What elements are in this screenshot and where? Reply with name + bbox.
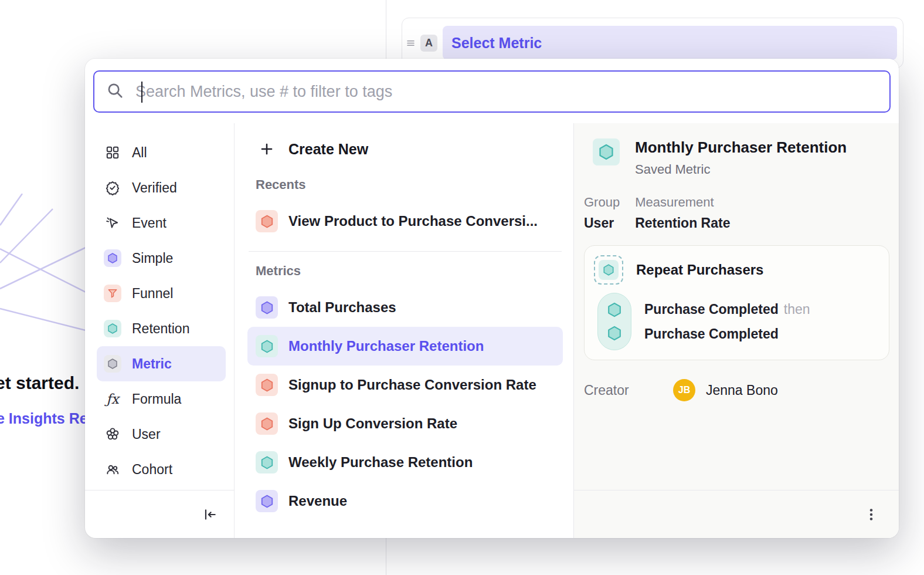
step1-event-name: Purchase Completed	[644, 302, 779, 317]
then-connector: then	[784, 302, 810, 317]
sidebar-item-retention[interactable]: Retention	[97, 311, 226, 346]
metric-hexagon-icon	[256, 210, 278, 232]
metric-hexagon-icon	[256, 490, 278, 512]
step2-event-name: Purchase Completed	[644, 326, 779, 342]
hex-purple	[103, 248, 123, 268]
metric-list-item[interactable]: Sign Up Conversion Rate	[247, 404, 563, 443]
retention-hexagon-icon	[599, 260, 619, 280]
create-new-button[interactable]: Create New	[247, 137, 563, 161]
metric-label: Total Purchases	[288, 299, 396, 316]
sidebar-item-user[interactable]: User	[97, 417, 226, 452]
sidebar-item-verified[interactable]: Verified	[97, 170, 226, 205]
sidebar-item-metric[interactable]: Metric	[97, 346, 226, 381]
metric-list-panel: Create New RecentsView Product to Purcha…	[235, 123, 573, 538]
background-chart-lines	[0, 194, 88, 334]
sidebar-item-label: All	[132, 145, 147, 161]
sidebar-item-formula[interactable]: ƒxFormula	[97, 381, 226, 417]
flower-icon	[103, 424, 123, 444]
select-metric-field[interactable]: Select Metric	[443, 26, 897, 60]
sidebar-item-label: Formula	[132, 391, 181, 407]
sidebar-item-label: Retention	[132, 321, 189, 337]
group-meta: Group User	[584, 195, 620, 231]
metric-label: Weekly Purchase Retention	[288, 454, 473, 471]
sidebar-item-cohort[interactable]: Cohort	[97, 452, 226, 487]
search-area	[85, 59, 899, 123]
creator-name: Jenna Bono	[706, 383, 778, 398]
hex-teal	[103, 319, 123, 339]
creator-label: Creator	[584, 383, 673, 398]
metric-list-item[interactable]: Total Purchases	[247, 288, 563, 327]
metric-list-item[interactable]: Weekly Purchase Retention	[247, 443, 563, 482]
metric-hexagon-icon	[256, 335, 278, 357]
sidebar-item-funnel[interactable]: Funnel	[97, 276, 226, 311]
formula-icon: ƒx	[103, 389, 123, 409]
metric-label: Monthly Purchaser Retention	[288, 338, 484, 354]
metric-list-item[interactable]: Signup to Purchase Conversion Rate	[247, 366, 563, 404]
event-hexagon-icon	[606, 302, 623, 318]
metric-list-item[interactable]: View Product to Purchase Conversi...	[247, 202, 563, 241]
more-options-icon[interactable]	[864, 507, 879, 522]
measurement-value: Retention Rate	[635, 215, 730, 231]
section-divider	[249, 251, 562, 252]
group-label: Group	[584, 195, 620, 210]
event-steps: Purchase Completed then Purchase Complet…	[597, 293, 879, 350]
metric-label: Revenue	[288, 493, 347, 509]
step-line-2: Purchase Completed	[644, 322, 810, 346]
metric-hexagon-icon	[256, 374, 278, 396]
background-report-link-fragment[interactable]: e Insights Re	[0, 410, 88, 427]
search-icon	[106, 82, 124, 102]
metric-detail-body: Monthly Purchaser Retention Saved Metric…	[574, 123, 899, 490]
collapse-sidebar-icon[interactable]	[202, 507, 218, 522]
metric-hexagon-icon	[256, 412, 278, 435]
sidebar-item-label: Funnel	[132, 286, 173, 302]
metric-label: View Product to Purchase Conversi...	[288, 213, 538, 229]
creator-avatar[interactable]: JB	[673, 379, 695, 401]
creator-row: Creator JB Jenna Bono	[584, 379, 889, 401]
sidebar-item-simple[interactable]: Simple	[97, 241, 226, 276]
select-metric-label: Select Metric	[451, 35, 542, 52]
text-caret	[141, 82, 142, 103]
retention-metric-hexagon-icon	[593, 138, 620, 177]
metric-label: Signup to Purchase Conversion Rate	[288, 377, 536, 393]
metric-hexagon-icon	[256, 296, 278, 319]
grid-icon	[103, 143, 123, 163]
plus-icon	[256, 138, 278, 160]
metric-search-box[interactable]	[93, 70, 891, 113]
metric-sections: RecentsView Product to Purchase Conversi…	[247, 165, 563, 520]
step-line-1: Purchase Completed then	[644, 297, 810, 322]
dashed-cohort-icon	[594, 255, 623, 285]
sidebar-item-label: Simple	[132, 251, 173, 266]
section-label: Recents	[247, 177, 563, 192]
detail-subtitle: Saved Metric	[635, 162, 847, 177]
metric-list-item[interactable]: Revenue	[247, 482, 563, 520]
sidebar-item-label: Verified	[132, 180, 177, 196]
series-a-badge[interactable]: A	[420, 35, 437, 52]
measurement-meta: Measurement Retention Rate	[635, 195, 730, 231]
sidebar-item-label: Metric	[132, 356, 172, 372]
event-steps-pill	[597, 293, 631, 350]
detail-footer	[574, 490, 899, 538]
section-label: Metrics	[247, 263, 563, 279]
category-list: AllVerifiedEventSimpleFunnelRetentionMet…	[85, 123, 234, 490]
search-input[interactable]	[134, 82, 878, 102]
sidebar-item-label: Cohort	[132, 462, 172, 478]
create-new-label: Create New	[288, 141, 368, 158]
repeat-purchasers-card: Repeat Purchasers Purchase Completed the…	[584, 245, 889, 360]
event-hexagon-icon	[606, 325, 623, 341]
card-header: Repeat Purchasers	[594, 255, 879, 285]
sidebar-footer	[85, 490, 234, 538]
hex-gray	[103, 354, 123, 374]
metric-list-item[interactable]: Monthly Purchaser Retention	[247, 327, 563, 366]
sidebar-item-label: Event	[132, 215, 167, 231]
sidebar-item-all[interactable]: All	[97, 135, 226, 170]
verified-icon	[103, 178, 123, 198]
metric-picker-modal: AllVerifiedEventSimpleFunnelRetentionMet…	[85, 59, 899, 538]
group-value: User	[584, 215, 620, 231]
sidebar-item-event[interactable]: Event	[97, 205, 226, 241]
metric-meta: Group User Measurement Retention Rate	[584, 195, 889, 231]
detail-header: Monthly Purchaser Retention Saved Metric	[593, 138, 889, 177]
drag-handle-icon[interactable]	[406, 39, 415, 48]
event-icon	[103, 213, 123, 233]
step-texts: Purchase Completed then Purchase Complet…	[644, 297, 810, 346]
metric-detail-panel: Monthly Purchaser Retention Saved Metric…	[573, 123, 899, 538]
